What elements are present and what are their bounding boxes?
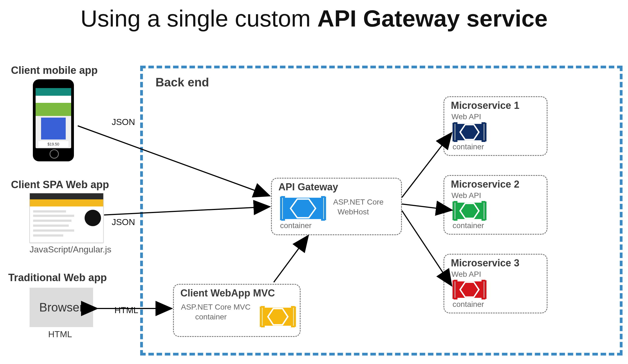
arrow-mvc-to-gateway bbox=[274, 236, 308, 282]
arrow-gateway-to-ms2 bbox=[402, 204, 451, 210]
arrow-gateway-to-ms3 bbox=[402, 211, 451, 285]
arrow-mobile-to-gateway bbox=[78, 126, 269, 196]
arrow-gateway-to-ms1 bbox=[402, 133, 451, 197]
arrows-layer bbox=[0, 0, 628, 364]
arrow-spa-to-gateway bbox=[104, 207, 269, 215]
